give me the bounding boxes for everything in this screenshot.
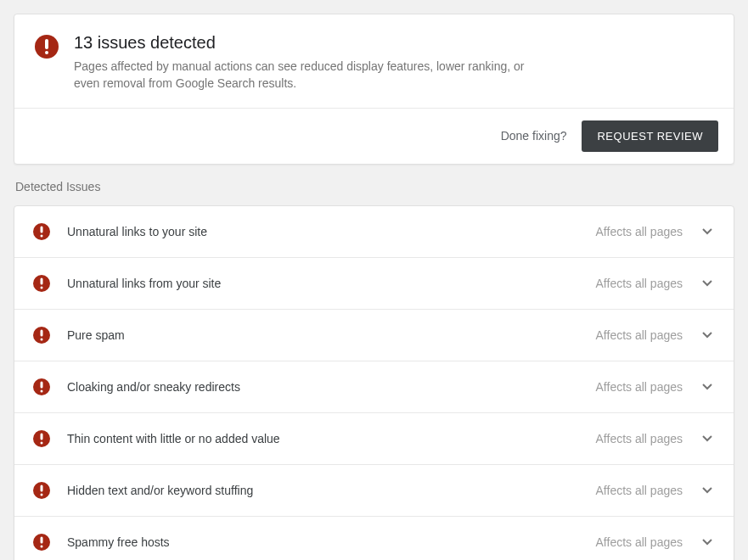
section-heading: Detected Issues xyxy=(15,180,734,193)
svg-rect-4 xyxy=(41,277,43,284)
chevron-down-icon xyxy=(700,535,715,550)
issue-title: Hidden text and/or keyword stuffing xyxy=(67,484,596,497)
issue-affects: Affects all pages xyxy=(596,225,683,238)
issue-row[interactable]: Unnatural links to your site Affects all… xyxy=(14,206,734,258)
issue-affects: Affects all pages xyxy=(596,484,683,497)
chevron-down-icon xyxy=(700,483,715,498)
svg-rect-12 xyxy=(41,484,43,491)
chevron-down-icon xyxy=(700,276,715,291)
issue-row[interactable]: Thin content with little or no added val… xyxy=(14,413,734,465)
issue-title: Spammy free hosts xyxy=(67,535,596,549)
svg-point-15 xyxy=(41,545,43,547)
issues-list: Unnatural links to your site Affects all… xyxy=(14,205,734,560)
alert-icon xyxy=(33,430,50,447)
svg-rect-0 xyxy=(45,39,48,49)
done-fixing-label: Done fixing? xyxy=(501,129,567,143)
summary-actions: Done fixing? Request Review xyxy=(14,108,734,164)
summary-card: 13 issues detected Pages affected by man… xyxy=(14,14,734,165)
issue-row[interactable]: Unnatural links from your site Affects a… xyxy=(14,258,734,310)
alert-icon xyxy=(33,378,50,395)
chevron-down-icon xyxy=(700,224,715,239)
summary-text: 13 issues detected Pages affected by man… xyxy=(74,33,549,92)
issue-title: Unnatural links from your site xyxy=(67,277,596,290)
svg-rect-10 xyxy=(41,433,43,440)
issue-affects: Affects all pages xyxy=(596,277,683,290)
svg-point-3 xyxy=(41,234,43,237)
svg-point-11 xyxy=(41,441,43,444)
issue-row[interactable]: Hidden text and/or keyword stuffing Affe… xyxy=(14,465,734,517)
chevron-down-icon xyxy=(700,379,715,395)
issue-affects: Affects all pages xyxy=(596,432,683,445)
issue-affects: Affects all pages xyxy=(596,328,683,342)
alert-icon xyxy=(35,35,59,59)
issue-title: Pure spam xyxy=(67,328,596,342)
svg-point-9 xyxy=(41,389,43,392)
svg-rect-6 xyxy=(41,329,43,336)
issue-title: Thin content with little or no added val… xyxy=(67,432,596,445)
alert-icon xyxy=(33,223,50,240)
issue-title: Unnatural links to your site xyxy=(67,225,596,238)
alert-icon xyxy=(33,534,50,551)
issue-affects: Affects all pages xyxy=(596,535,683,549)
issue-row[interactable]: Spammy free hosts Affects all pages xyxy=(14,517,734,560)
svg-point-13 xyxy=(41,493,43,496)
chevron-down-icon xyxy=(700,328,715,343)
svg-rect-2 xyxy=(41,226,43,232)
request-review-button[interactable]: Request Review xyxy=(582,120,718,152)
summary-description: Pages affected by manual actions can see… xyxy=(74,58,549,92)
alert-icon xyxy=(33,275,50,292)
alert-icon xyxy=(33,482,50,499)
issue-title: Cloaking and/or sneaky redirects xyxy=(67,380,596,394)
svg-rect-8 xyxy=(41,381,43,388)
issue-row[interactable]: Cloaking and/or sneaky redirects Affects… xyxy=(14,361,734,413)
issue-row[interactable]: Pure spam Affects all pages xyxy=(14,310,734,361)
issue-affects: Affects all pages xyxy=(596,380,683,394)
svg-point-1 xyxy=(45,51,48,54)
svg-point-5 xyxy=(41,286,43,288)
summary-content: 13 issues detected Pages affected by man… xyxy=(14,14,734,108)
summary-title: 13 issues detected xyxy=(74,33,549,53)
svg-point-7 xyxy=(41,338,43,340)
chevron-down-icon xyxy=(700,431,715,446)
svg-rect-14 xyxy=(41,536,43,543)
alert-icon xyxy=(33,327,50,344)
